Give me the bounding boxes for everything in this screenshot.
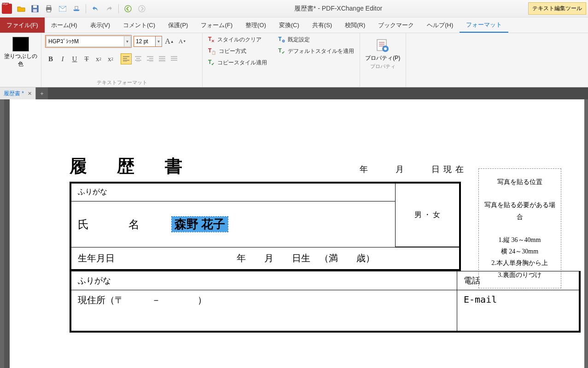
properties-icon[interactable] [373, 38, 392, 54]
date-line: 年 月 日現在 [360, 164, 467, 175]
default-setting-button[interactable]: T⚙ 既定設定 [276, 35, 355, 45]
email-button[interactable] [56, 2, 69, 15]
menu-help[interactable]: ヘルプ(H) [420, 17, 460, 33]
bold-button[interactable]: B [45, 53, 56, 64]
address-cell[interactable]: 現住所（〒 － ） [70, 290, 457, 332]
menu-convert[interactable]: 変換(C) [273, 17, 306, 33]
subscript-button[interactable]: x2 [93, 53, 104, 64]
italic-button[interactable]: I [57, 53, 68, 64]
copy-method-button[interactable]: T📋 コピー方式 [206, 46, 269, 56]
svg-rect-2 [33, 9, 37, 12]
quick-access-toolbar [15, 2, 148, 15]
close-icon[interactable]: ✕ [28, 91, 32, 97]
fill-color-swatch[interactable] [12, 37, 29, 52]
svg-point-12 [384, 47, 387, 50]
menu-format[interactable]: フォーマット [460, 17, 508, 33]
superscript-button[interactable]: x2 [105, 53, 116, 64]
menu-file[interactable]: ファイル(F) [0, 17, 45, 33]
fill-color-label: 塗りつぶしの色 [4, 52, 37, 68]
undo-button[interactable] [89, 2, 102, 15]
svg-point-9 [139, 6, 145, 12]
menu-share[interactable]: 共有(S) [306, 17, 338, 33]
default-setting-icon: T⚙ [278, 36, 285, 43]
svg-point-8 [125, 6, 131, 12]
properties-group: プロパティ(P) プロパティ [360, 33, 406, 87]
strikethrough-button[interactable]: T [81, 53, 92, 64]
menu-protect[interactable]: 保護(P) [162, 17, 194, 33]
document-viewport[interactable]: 履 歴 書 年 月 日現在 写真を貼る位置 写真を貼る必要がある場合 1.縦 3… [0, 99, 588, 368]
name-cell[interactable]: 氏 名 森野 花子 [70, 201, 396, 247]
underline-button[interactable]: U [69, 53, 80, 64]
apply-copy-style-button[interactable]: T✔ コピースタイル適用 [206, 58, 269, 68]
svg-rect-5 [47, 10, 51, 12]
document-title: 履 歴 書 [70, 155, 547, 178]
chevron-down-icon[interactable]: ▼ [124, 36, 131, 47]
separator [118, 4, 119, 13]
forward-button[interactable] [135, 2, 148, 15]
menu-home[interactable]: ホーム(H) [45, 17, 84, 33]
furigana-label[interactable]: ふりがな [70, 183, 396, 201]
style-actions-group-1: T✕ スタイルのクリア T📋 コピー方式 T✔ コピースタイル適用 [203, 33, 273, 87]
properties-group-label: プロパティ [364, 62, 402, 70]
add-tab-button[interactable]: ＋ [36, 87, 48, 99]
menu-organize[interactable]: 整理(O) [239, 17, 273, 33]
font-name-input[interactable] [46, 36, 124, 47]
text-format-group: ▼ ▼ A▲ A▼ B I U T x2 x2 [41, 33, 203, 87]
menu-bookmark[interactable]: ブックマーク [372, 17, 420, 33]
menu-bar: ファイル(F) ホーム(H) 表示(V) コメント(C) 保護(P) フォーム(… [0, 17, 588, 33]
save-button[interactable] [29, 2, 41, 15]
menu-view[interactable]: 表示(V) [84, 17, 116, 33]
address-furigana-label[interactable]: ふりがな [70, 271, 457, 290]
birthdate-cell[interactable]: 生年月日 年 月 日生 （満 歳） [70, 247, 460, 270]
chevron-down-icon[interactable]: ▼ [156, 36, 162, 47]
shrink-font-button[interactable]: A▼ [177, 36, 188, 47]
menu-form[interactable]: フォーム(F) [194, 17, 239, 33]
svg-rect-4 [47, 6, 51, 7]
apply-default-icon: T✔ [278, 47, 285, 55]
title-bar: 履歴書* - PDF-XChange Editor テキスト編集ツール [0, 0, 588, 17]
document-tab[interactable]: 履歴書 * ✕ [0, 87, 36, 99]
align-right-button[interactable] [145, 53, 156, 64]
style-actions-group-2: T⚙ 既定設定 T✔ デフォルトスタイルを適用 [273, 33, 360, 87]
menu-review[interactable]: 校閲(R) [338, 17, 372, 33]
resume-header-table: ふりがな 男 ・ 女 氏 名 森野 花子 生年月日 年 月 日生 （満 歳） [70, 182, 461, 271]
fill-color-group: 塗りつぶしの色 [0, 33, 41, 87]
apply-copy-style-icon: T✔ [208, 59, 215, 66]
tab-label: 履歴書 * [4, 90, 24, 98]
gender-cell[interactable]: 男 ・ 女 [396, 183, 460, 247]
print-button[interactable] [42, 2, 55, 15]
copy-method-icon: T📋 [208, 47, 216, 55]
page: 履 歴 書 年 月 日現在 写真を貼る位置 写真を貼る必要がある場合 1.縦 3… [4, 99, 584, 368]
document-tab-strip: 履歴書 * ✕ ＋ [0, 87, 588, 99]
ribbon: 塗りつぶしの色 ▼ ▼ A▲ A▼ B I U T x2 [0, 33, 588, 87]
app-icon [2, 4, 12, 14]
scan-button[interactable] [70, 2, 83, 15]
text-format-label: テキストフォーマット [45, 78, 198, 86]
align-left-button[interactable] [121, 53, 132, 64]
grow-font-button[interactable]: A▲ [164, 36, 175, 47]
separator [86, 4, 86, 13]
window-title: 履歴書* - PDF-XChange Editor [148, 5, 528, 13]
svg-rect-7 [75, 6, 78, 9]
clear-style-button[interactable]: T✕ スタイルのクリア [206, 35, 269, 45]
email-cell[interactable]: E-mail [457, 290, 580, 332]
font-size-combo[interactable]: ▼ [134, 36, 162, 47]
font-name-combo[interactable]: ▼ [45, 35, 132, 48]
menu-comment[interactable]: コメント(C) [116, 17, 162, 33]
clear-style-icon: T✕ [208, 36, 215, 43]
back-button[interactable] [122, 2, 134, 15]
redo-button[interactable] [103, 2, 116, 15]
name-label: 氏 名 [78, 218, 158, 230]
align-justify-button[interactable] [157, 53, 168, 64]
font-size-input[interactable] [134, 36, 156, 47]
open-button[interactable] [15, 2, 28, 15]
name-value-selected[interactable]: 森野 花子 [172, 217, 228, 232]
apply-default-style-button[interactable]: T✔ デフォルトスタイルを適用 [276, 46, 355, 56]
svg-rect-1 [33, 6, 37, 8]
properties-button[interactable]: プロパティ(P) [364, 54, 402, 62]
align-vertical-button[interactable] [169, 53, 180, 64]
photo-placeholder: 写真を貼る位置 写真を貼る必要がある場合 1.縦 36～40mm 横 24～30… [478, 168, 561, 288]
tool-hint: テキスト編集ツール [528, 2, 586, 15]
align-center-button[interactable] [133, 53, 144, 64]
